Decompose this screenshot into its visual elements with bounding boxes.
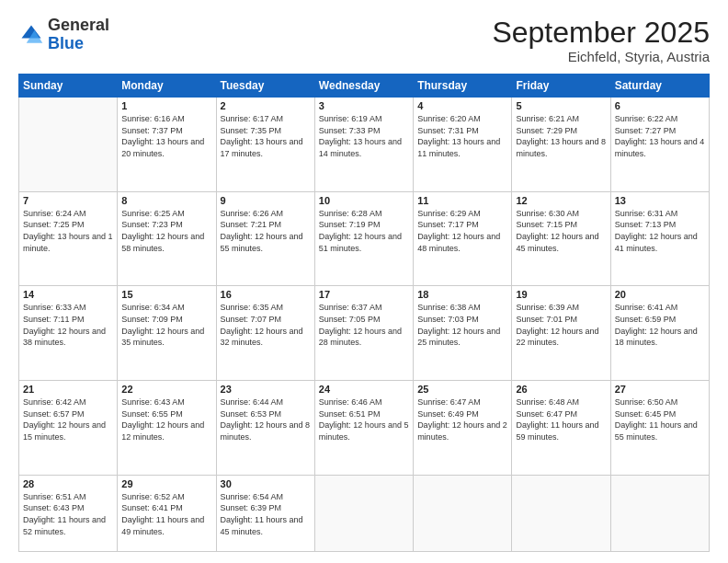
cell-w2-d1: 7Sunrise: 6:24 AM Sunset: 7:25 PM Daylig… [19, 191, 118, 286]
cell-info-29: Sunrise: 6:52 AM Sunset: 6:41 PM Dayligh… [121, 491, 211, 537]
col-saturday: Saturday [610, 75, 709, 98]
cell-w2-d5: 11Sunrise: 6:29 AM Sunset: 7:17 PM Dayli… [414, 191, 512, 286]
cell-info-8: Sunrise: 6:25 AM Sunset: 7:23 PM Dayligh… [121, 208, 211, 254]
cell-info-14: Sunrise: 6:33 AM Sunset: 7:11 PM Dayligh… [23, 302, 113, 348]
cell-w5-d4 [314, 475, 413, 551]
day-number-30: 30 [221, 478, 311, 489]
cell-w3-d1: 14Sunrise: 6:33 AM Sunset: 7:11 PM Dayli… [19, 286, 118, 381]
cell-w3-d6: 19Sunrise: 6:39 AM Sunset: 7:01 PM Dayli… [512, 286, 610, 381]
cell-w3-d5: 18Sunrise: 6:38 AM Sunset: 7:03 PM Dayli… [414, 286, 512, 381]
cell-w4-d5: 25Sunrise: 6:47 AM Sunset: 6:49 PM Dayli… [414, 381, 512, 476]
cell-info-18: Sunrise: 6:38 AM Sunset: 7:03 PM Dayligh… [417, 302, 507, 348]
day-number-23: 23 [221, 384, 311, 395]
cell-w1-d3: 2Sunrise: 6:17 AM Sunset: 7:35 PM Daylig… [216, 98, 314, 192]
calendar-table: Sunday Monday Tuesday Wednesday Thursday… [18, 74, 710, 552]
cell-w3-d7: 20Sunrise: 6:41 AM Sunset: 6:59 PM Dayli… [610, 286, 709, 381]
month-title: September 2025 [492, 17, 710, 49]
logo: General Blue [18, 17, 109, 53]
day-number-15: 15 [121, 289, 211, 300]
cell-w4-d1: 21Sunrise: 6:42 AM Sunset: 6:57 PM Dayli… [19, 381, 118, 476]
cell-w4-d6: 26Sunrise: 6:48 AM Sunset: 6:47 PM Dayli… [512, 381, 610, 476]
day-number-20: 20 [615, 289, 705, 300]
cell-info-2: Sunrise: 6:17 AM Sunset: 7:35 PM Dayligh… [221, 113, 311, 159]
cell-info-16: Sunrise: 6:35 AM Sunset: 7:07 PM Dayligh… [221, 302, 311, 348]
col-tuesday: Tuesday [216, 75, 314, 98]
cell-w1-d4: 3Sunrise: 6:19 AM Sunset: 7:33 PM Daylig… [314, 98, 413, 192]
cell-w3-d4: 17Sunrise: 6:37 AM Sunset: 7:05 PM Dayli… [314, 286, 413, 381]
day-number-21: 21 [23, 384, 113, 395]
col-wednesday: Wednesday [314, 75, 413, 98]
day-number-1: 1 [121, 100, 211, 111]
header: General Blue September 2025 Eichfeld, St… [18, 17, 710, 64]
cell-info-10: Sunrise: 6:28 AM Sunset: 7:19 PM Dayligh… [319, 208, 409, 254]
cell-info-3: Sunrise: 6:19 AM Sunset: 7:33 PM Dayligh… [319, 113, 409, 159]
day-number-27: 27 [615, 384, 705, 395]
logo-general-text: General [48, 16, 109, 34]
day-number-25: 25 [417, 384, 507, 395]
cell-info-30: Sunrise: 6:54 AM Sunset: 6:39 PM Dayligh… [221, 491, 311, 537]
day-number-9: 9 [221, 195, 311, 206]
logo-text: General Blue [48, 17, 109, 53]
cell-w1-d5: 4Sunrise: 6:20 AM Sunset: 7:31 PM Daylig… [414, 98, 512, 192]
logo-blue-text: Blue [48, 34, 84, 52]
cell-info-4: Sunrise: 6:20 AM Sunset: 7:31 PM Dayligh… [417, 113, 507, 159]
cell-w1-d2: 1Sunrise: 6:16 AM Sunset: 7:37 PM Daylig… [118, 98, 216, 192]
cell-w2-d4: 10Sunrise: 6:28 AM Sunset: 7:19 PM Dayli… [314, 191, 413, 286]
day-number-11: 11 [417, 195, 507, 206]
day-number-24: 24 [319, 384, 409, 395]
cell-info-21: Sunrise: 6:42 AM Sunset: 6:57 PM Dayligh… [23, 396, 113, 442]
col-sunday: Sunday [19, 75, 118, 98]
cell-info-26: Sunrise: 6:48 AM Sunset: 6:47 PM Dayligh… [516, 396, 606, 442]
cell-info-9: Sunrise: 6:26 AM Sunset: 7:21 PM Dayligh… [221, 208, 311, 254]
day-number-6: 6 [615, 100, 705, 111]
cell-w4-d7: 27Sunrise: 6:50 AM Sunset: 6:45 PM Dayli… [610, 381, 709, 476]
cell-w5-d7 [610, 475, 709, 551]
cell-w2-d3: 9Sunrise: 6:26 AM Sunset: 7:21 PM Daylig… [216, 191, 314, 286]
day-number-10: 10 [319, 195, 409, 206]
day-number-12: 12 [516, 195, 606, 206]
week-row-1: 1Sunrise: 6:16 AM Sunset: 7:37 PM Daylig… [19, 98, 710, 192]
cell-info-19: Sunrise: 6:39 AM Sunset: 7:01 PM Dayligh… [516, 302, 606, 348]
cell-w1-d1 [19, 98, 118, 192]
cell-w2-d6: 12Sunrise: 6:30 AM Sunset: 7:15 PM Dayli… [512, 191, 610, 286]
day-number-19: 19 [516, 289, 606, 300]
col-thursday: Thursday [414, 75, 512, 98]
cell-info-13: Sunrise: 6:31 AM Sunset: 7:13 PM Dayligh… [615, 208, 705, 254]
cell-info-23: Sunrise: 6:44 AM Sunset: 6:53 PM Dayligh… [221, 396, 311, 442]
title-block: September 2025 Eichfeld, Styria, Austria [492, 17, 710, 64]
day-number-3: 3 [319, 100, 409, 111]
cell-w1-d7: 6Sunrise: 6:22 AM Sunset: 7:27 PM Daylig… [610, 98, 709, 192]
cell-w3-d3: 16Sunrise: 6:35 AM Sunset: 7:07 PM Dayli… [216, 286, 314, 381]
cell-w5-d1: 28Sunrise: 6:51 AM Sunset: 6:43 PM Dayli… [19, 475, 118, 551]
cell-w5-d5 [414, 475, 512, 551]
day-number-26: 26 [516, 384, 606, 395]
cell-w5-d2: 29Sunrise: 6:52 AM Sunset: 6:41 PM Dayli… [118, 475, 216, 551]
day-number-17: 17 [319, 289, 409, 300]
day-number-8: 8 [121, 195, 211, 206]
cell-info-11: Sunrise: 6:29 AM Sunset: 7:17 PM Dayligh… [417, 208, 507, 254]
day-number-29: 29 [121, 478, 211, 489]
cell-w1-d6: 5Sunrise: 6:21 AM Sunset: 7:29 PM Daylig… [512, 98, 610, 192]
cell-w2-d7: 13Sunrise: 6:31 AM Sunset: 7:13 PM Dayli… [610, 191, 709, 286]
day-number-2: 2 [221, 100, 311, 111]
day-number-16: 16 [221, 289, 311, 300]
logo-icon [18, 22, 44, 48]
cell-info-24: Sunrise: 6:46 AM Sunset: 6:51 PM Dayligh… [319, 396, 409, 442]
cell-info-15: Sunrise: 6:34 AM Sunset: 7:09 PM Dayligh… [121, 302, 211, 348]
cell-info-28: Sunrise: 6:51 AM Sunset: 6:43 PM Dayligh… [23, 491, 113, 537]
week-row-4: 21Sunrise: 6:42 AM Sunset: 6:57 PM Dayli… [19, 381, 710, 476]
day-number-13: 13 [615, 195, 705, 206]
col-friday: Friday [512, 75, 610, 98]
day-number-14: 14 [23, 289, 113, 300]
cell-info-12: Sunrise: 6:30 AM Sunset: 7:15 PM Dayligh… [516, 208, 606, 254]
day-number-5: 5 [516, 100, 606, 111]
page: General Blue September 2025 Eichfeld, St… [0, 0, 728, 563]
week-row-2: 7Sunrise: 6:24 AM Sunset: 7:25 PM Daylig… [19, 191, 710, 286]
cell-info-25: Sunrise: 6:47 AM Sunset: 6:49 PM Dayligh… [417, 396, 507, 442]
cell-w4-d2: 22Sunrise: 6:43 AM Sunset: 6:55 PM Dayli… [118, 381, 216, 476]
weekday-header-row: Sunday Monday Tuesday Wednesday Thursday… [19, 75, 710, 98]
day-number-28: 28 [23, 478, 113, 489]
day-number-4: 4 [417, 100, 507, 111]
location: Eichfeld, Styria, Austria [492, 49, 710, 64]
cell-info-17: Sunrise: 6:37 AM Sunset: 7:05 PM Dayligh… [319, 302, 409, 348]
